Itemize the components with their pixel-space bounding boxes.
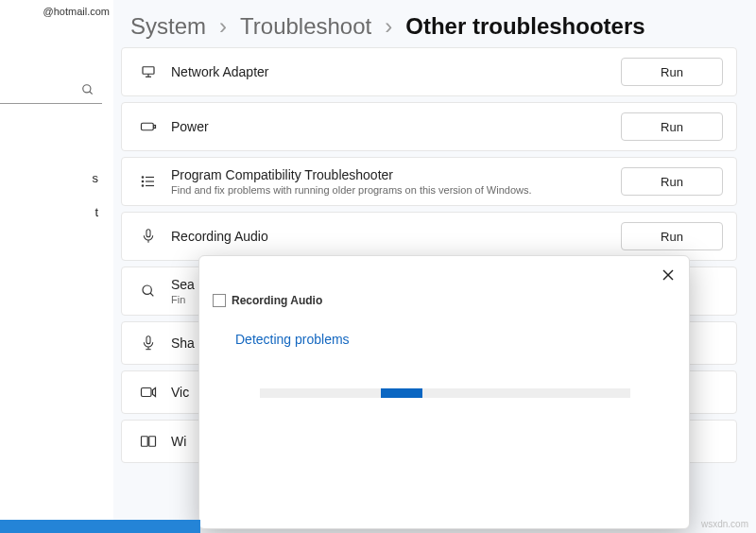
svg-rect-6 — [154, 126, 156, 129]
sidebar: @hotmail.com s t — [0, 0, 113, 533]
apps-icon — [135, 435, 162, 448]
dialog-status: Detecting problems — [235, 332, 350, 347]
taskbar[interactable] — [0, 520, 200, 533]
item-program-compatibility: Program Compatibility Troubleshooter Fin… — [121, 157, 737, 206]
svg-rect-13 — [146, 230, 150, 237]
progress-indicator — [381, 388, 422, 398]
item-recording-audio: Recording Audio Run — [121, 212, 737, 261]
svg-line-1 — [90, 91, 93, 94]
svg-rect-22 — [142, 437, 148, 447]
microphone-icon — [135, 228, 162, 245]
run-button[interactable]: Run — [621, 167, 723, 196]
run-button[interactable]: Run — [621, 58, 723, 86]
svg-point-0 — [83, 84, 91, 92]
item-subtitle: Find and fix problems with running older… — [171, 184, 621, 196]
run-button[interactable]: Run — [621, 222, 723, 250]
dialog-icon — [213, 294, 226, 307]
svg-rect-2 — [143, 67, 154, 75]
battery-icon — [135, 120, 162, 133]
search-input[interactable] — [0, 76, 102, 104]
svg-rect-17 — [146, 336, 150, 344]
svg-point-11 — [142, 181, 144, 182]
svg-marker-21 — [153, 388, 156, 397]
dialog-title: Recording Audio — [213, 294, 322, 307]
svg-point-10 — [142, 177, 144, 179]
close-button[interactable] — [657, 264, 679, 286]
svg-point-15 — [143, 285, 151, 294]
item-title: Network Adapter — [171, 64, 621, 79]
crumb-system[interactable]: System — [130, 13, 206, 40]
svg-point-12 — [142, 185, 144, 187]
item-network-adapter: Network Adapter Run — [121, 47, 737, 96]
svg-rect-5 — [142, 123, 154, 130]
sidebar-item[interactable]: t — [0, 195, 106, 229]
breadcrumb: System › Troubleshoot › Other troublesho… — [130, 13, 645, 40]
sidebar-item[interactable]: s — [0, 161, 106, 195]
crumb-current: Other troubleshooters — [405, 13, 644, 40]
shared-icon — [135, 335, 162, 352]
item-title: Program Compatibility Troubleshooter — [171, 167, 621, 182]
item-title: Power — [171, 119, 621, 134]
video-icon — [135, 386, 162, 399]
svg-line-16 — [150, 293, 153, 296]
item-power: Power Run — [121, 102, 737, 151]
list-icon — [135, 173, 162, 190]
chevron-right-icon: › — [219, 13, 227, 40]
troubleshooter-dialog: Recording Audio Detecting problems — [198, 255, 690, 529]
search-icon — [135, 284, 162, 299]
run-button[interactable]: Run — [621, 112, 723, 141]
network-icon — [135, 63, 162, 80]
watermark: wsxdn.com — [701, 519, 748, 529]
svg-rect-20 — [142, 388, 152, 397]
crumb-troubleshoot[interactable]: Troubleshoot — [240, 13, 371, 40]
svg-rect-23 — [149, 437, 156, 447]
chevron-right-icon: › — [385, 13, 392, 40]
search-icon — [81, 83, 94, 96]
progress-bar — [260, 388, 630, 398]
item-title: Recording Audio — [171, 229, 621, 244]
account-email: @hotmail.com — [0, 0, 113, 17]
